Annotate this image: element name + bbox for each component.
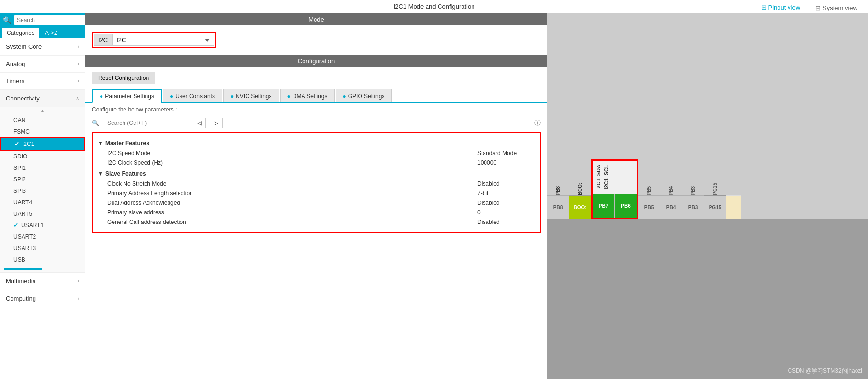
tab-nvic-settings[interactable]: ● NVIC Settings xyxy=(223,89,279,102)
tab-parameter-settings[interactable]: ● Parameter Settings xyxy=(92,89,162,103)
sidebar-search-input[interactable] xyxy=(14,15,85,25)
tab-dma-settings[interactable]: ● DMA Settings xyxy=(280,89,335,102)
table-row: General Call address detection Disabled xyxy=(98,217,535,227)
sidebar-tabs: Categories A->Z xyxy=(0,27,85,38)
master-features-group: ▼ Master Features xyxy=(98,138,535,148)
pin-pg15-label: PG15 xyxy=(704,183,726,195)
content-area: Mode I2C I2C Disable SMBus-Alert-mode SM… xyxy=(85,13,547,379)
info-icon[interactable]: ⓘ xyxy=(534,119,541,127)
pin-pb7-box: PB7 xyxy=(593,194,614,218)
reset-configuration-button[interactable]: Reset Configuration xyxy=(92,72,155,84)
sidebar-item-sdio[interactable]: SDIO xyxy=(0,151,85,162)
system-view-button[interactable]: ⊟ System view xyxy=(812,2,860,13)
param-section: Configure the below parameters : 🔍 ◁ ▷ ⓘ… xyxy=(85,103,547,379)
pin-pb6-box: PB6 xyxy=(615,194,637,218)
pinout-view-button[interactable]: ⊞ Pinout view xyxy=(758,2,803,14)
sidebar-item-connectivity[interactable]: Connectivity ∧ xyxy=(0,90,85,107)
search-row: 🔍 ◁ ▷ ⓘ xyxy=(92,116,541,132)
search-icon: 🔍 xyxy=(92,120,99,126)
sidebar-item-uart4[interactable]: UART4 xyxy=(0,197,85,208)
tab-check-icon: ● xyxy=(230,93,234,100)
pin-boot-box: BOO: xyxy=(569,195,591,219)
tab-categories[interactable]: Categories xyxy=(2,28,39,38)
next-nav-button[interactable]: ▷ xyxy=(210,118,223,128)
sidebar-item-usart2[interactable]: USART2 xyxy=(0,231,85,243)
mode-section-header: Mode xyxy=(85,13,547,25)
sidebar-item-spi1[interactable]: SPI1 xyxy=(0,162,85,174)
tab-check-icon: ● xyxy=(343,93,346,100)
tab-check-icon: ● xyxy=(287,93,291,100)
mode-section: I2C I2C Disable SMBus-Alert-mode SMBus-D… xyxy=(85,25,547,55)
config-tabs: ● Parameter Settings ● User Constants ● … xyxy=(85,89,547,103)
table-row: Dual Address Acknowledged Disabled xyxy=(98,198,535,208)
chevron-up-icon: ∧ xyxy=(76,96,79,101)
param-table: ▼ Master Features I2C Speed Mode Standar… xyxy=(92,132,541,233)
sidebar-item-timers[interactable]: Timers › xyxy=(0,73,85,90)
table-row: Primary slave address 0 xyxy=(98,208,535,217)
prev-nav-button[interactable]: ◁ xyxy=(193,118,206,128)
sidebar-item-spi3[interactable]: SPI3 xyxy=(0,185,85,197)
tab-check-icon: ● xyxy=(100,93,103,100)
sidebar-item-i2c1[interactable]: ✓ I2C1 xyxy=(0,137,85,151)
sidebar-item-system-core[interactable]: System Core › xyxy=(0,38,85,56)
chevron-right-icon: › xyxy=(78,44,79,49)
chevron-right-icon: › xyxy=(78,78,79,84)
configure-text: Configure the below parameters : xyxy=(92,103,541,116)
sidebar-item-spi2[interactable]: SPI2 xyxy=(0,174,85,185)
pin-pb3-label: PB3 xyxy=(682,186,704,195)
sidebar: 🔍 ▼ Categories A->Z System Core › Analog… xyxy=(0,13,85,379)
system-view-icon: ⊟ xyxy=(815,4,821,11)
pin-pb4-label: PB4 xyxy=(660,186,682,195)
config-section: Reset Configuration ● Parameter Settings… xyxy=(85,67,547,379)
pin-pb8-label: PB8 xyxy=(547,186,569,195)
chevron-right-icon: › xyxy=(78,279,79,284)
sidebar-item-can[interactable]: CAN xyxy=(0,114,85,126)
watermark: CSDN @学习STM32的jhaozi xyxy=(788,367,862,375)
pin-diagram: PB8 PB8 BOO: BOO: I2C1_SDA I2C1_SCL xyxy=(547,13,868,379)
slave-features-group: ▼ Slave Features xyxy=(98,167,535,179)
tab-atoz[interactable]: A->Z xyxy=(40,28,62,38)
pin-pb8-box: PB8 xyxy=(547,195,569,219)
view-toggle: ⊞ Pinout view ⊟ System view xyxy=(758,2,860,14)
pin-pb5-label: PB5 xyxy=(638,186,660,195)
i2c1-scl-label: I2C1_SCL xyxy=(602,163,610,192)
i2c1-sda-label: I2C1_SDA xyxy=(595,163,602,192)
sidebar-item-computing[interactable]: Computing › xyxy=(0,290,85,307)
scroll-indicator xyxy=(4,268,42,270)
sidebar-item-usb[interactable]: USB xyxy=(0,254,85,266)
right-panel: PB8 PB8 BOO: BOO: I2C1_SDA I2C1_SCL xyxy=(547,13,868,379)
pin-pb3-box: PB3 xyxy=(682,195,704,219)
tab-gpio-settings[interactable]: ● GPIO Settings xyxy=(336,89,392,102)
i2c-label: I2C xyxy=(94,34,112,46)
pin-pg15-box: PG15 xyxy=(704,195,726,219)
i2c-mode-row: I2C I2C Disable SMBus-Alert-mode SMBus-D… xyxy=(92,32,216,48)
sidebar-item-fsmc[interactable]: FSMC xyxy=(0,126,85,137)
sidebar-item-usart3[interactable]: USART3 xyxy=(0,243,85,254)
collapse-icon[interactable]: ▼ xyxy=(98,140,103,146)
table-row: Clock No Stretch Mode Disabled xyxy=(98,179,535,189)
pin-pb4-box: PB4 xyxy=(660,195,682,219)
config-section-header: Configuration xyxy=(85,55,547,67)
pin-pb5-box: PB5 xyxy=(638,195,660,219)
sidebar-item-multimedia[interactable]: Multimedia › xyxy=(0,273,85,290)
param-search-input[interactable] xyxy=(103,118,189,128)
search-icon: 🔍 xyxy=(3,16,11,24)
table-row: Primary Address Length selection 7-bit xyxy=(98,189,535,198)
sidebar-item-analog[interactable]: Analog › xyxy=(0,56,85,73)
collapse-icon[interactable]: ▼ xyxy=(98,170,103,177)
chevron-right-icon: › xyxy=(78,296,79,301)
sidebar-item-usart1[interactable]: ✓ USART1 xyxy=(0,220,85,231)
window-title: I2C1 Mode and Configuration xyxy=(394,3,475,10)
pin-boot-label: BOO: xyxy=(569,183,591,195)
pinout-icon: ⊞ xyxy=(761,4,767,11)
tab-user-constants[interactable]: ● User Constants xyxy=(163,89,222,102)
chevron-right-icon: › xyxy=(78,61,79,67)
table-row: I2C Clock Speed (Hz) 100000 xyxy=(98,158,535,167)
table-row: I2C Speed Mode Standard Mode xyxy=(98,148,535,158)
i2c-dropdown[interactable]: I2C Disable SMBus-Alert-mode SMBus-Devic… xyxy=(112,34,214,46)
sidebar-item-uart5[interactable]: UART5 xyxy=(0,208,85,220)
main-layout: 🔍 ▼ Categories A->Z System Core › Analog… xyxy=(0,13,868,379)
title-bar: I2C1 Mode and Configuration ⊞ Pinout vie… xyxy=(0,0,868,13)
tab-check-icon: ● xyxy=(170,93,173,100)
sidebar-header: 🔍 ▼ xyxy=(0,13,85,27)
